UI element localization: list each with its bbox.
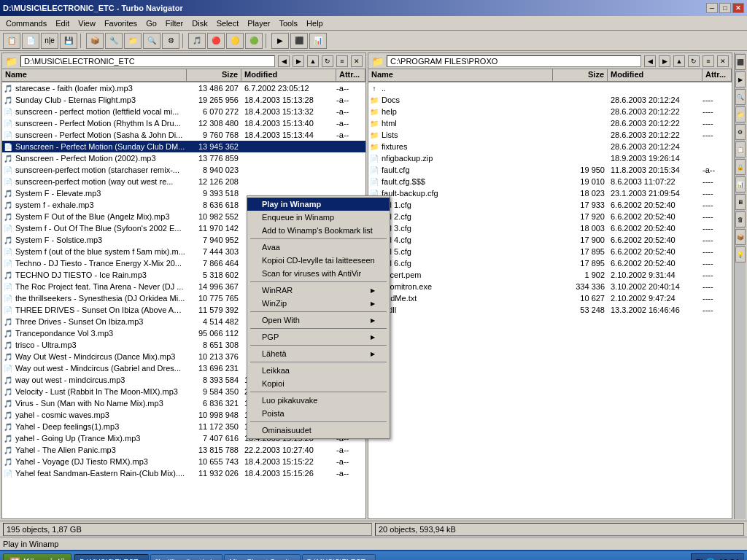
menu-help[interactable]: Help [302,18,328,29]
context-menu-item[interactable]: Luo pikakuvake [247,394,390,407]
right-nav-up[interactable]: ▲ [673,55,685,67]
left-file-row[interactable]: 🎵 Sunscreen - Perfect Motion (2002).mp3 … [2,152,365,164]
right-col-attr[interactable]: Attr... [703,69,732,81]
right-panel-content[interactable]: ↑ .. 📁 Docs 28.6.2003 20:12:24 ---- 📁 he… [368,82,732,518]
taskbar-item[interactable]: D:\MUSIC\ELECT... [74,554,148,560]
left-nav-back[interactable]: ◀ [278,55,290,67]
right-file-row[interactable]: 📄 vel 6.cfg 17 895 6.6.2002 20:52:40 ---… [368,257,732,269]
side-btn-12[interactable]: 💡 [735,246,746,262]
toolbar-btn-14[interactable]: ▶ [271,33,289,49]
left-file-row[interactable]: 📄 sunscreen - Perfect Motion (Sasha & Jo… [2,129,365,141]
side-btn-2[interactable]: ▶ [735,71,746,88]
minimize-button[interactable]: ─ [706,3,718,13]
right-nav-fwd[interactable]: ▶ [659,55,670,67]
left-file-row[interactable]: 🎵 Sunday Club - Eternas Flight.mp3 19 26… [2,94,365,106]
toolbar-btn-4[interactable]: 💾 [60,33,77,49]
right-panel-path[interactable]: C:\PROGRAM FILES\PROXO [387,55,641,67]
toolbar-btn-16[interactable]: 📊 [309,33,327,49]
right-panel-close[interactable]: ✕ [717,55,729,67]
left-col-attr[interactable]: Attr... [336,69,365,81]
left-nav-up[interactable]: ▲ [307,55,319,67]
side-btn-10[interactable]: 🗑 [735,211,746,228]
right-file-row[interactable]: 📄 vel 4.cfg 17 900 6.6.2002 20:52:40 ---… [368,234,732,246]
side-btn-3[interactable]: 🔍 [735,89,746,105]
right-file-row[interactable]: 📄 vel 5.cfg 17 895 6.6.2002 20:52:40 ---… [368,246,732,257]
menu-disk[interactable]: Disk [187,18,212,29]
context-menu-item[interactable]: Open With▶ [247,314,390,327]
menu-tools[interactable]: Tools [274,18,302,29]
side-btn-5[interactable]: ⚙ [735,124,746,140]
toolbar-btn-10[interactable]: 🎵 [188,33,206,49]
maximize-button[interactable]: □ [719,3,731,13]
context-menu-item[interactable]: WinZip▶ [247,297,390,310]
context-menu-item[interactable]: Lähetä▶ [247,347,390,360]
taskbar-item[interactable]: D:\MUSIC\ELECT... [302,554,376,560]
menu-commands[interactable]: Commands [1,18,51,29]
menu-select[interactable]: Select [212,18,244,29]
context-menu-item[interactable]: Leikkaa [247,364,390,377]
right-file-row[interactable]: 📄 o.dll 53 248 13.3.2002 16:46:46 ---- [368,304,732,316]
left-nav-fwd[interactable]: ▶ [293,55,304,67]
taskbar-item[interactable]: MicroPlanet Gravit... [224,554,301,560]
left-file-row[interactable]: 🎵 starecase - faith (loafer mix).mp3 13 … [2,82,365,94]
side-btn-7[interactable]: 🔒 [735,159,746,175]
right-file-row[interactable]: ↑ .. [368,82,732,94]
context-menu-item[interactable]: Avaa [247,241,390,254]
left-panel-path[interactable]: D:\MUSIC\ELECTRONIC_ETC [20,55,275,67]
context-menu-item[interactable]: Add to Winamp's Bookmark list [247,224,390,237]
context-menu-item[interactable]: PGP▶ [247,330,390,343]
toolbar-btn-6[interactable]: 🔧 [105,33,123,49]
context-menu-item[interactable]: Enqueue in Winamp [247,211,390,224]
left-col-modified[interactable]: Modified [241,69,336,81]
start-button[interactable]: 🪟 Käynnistä [3,553,71,560]
right-col-name[interactable]: Name [368,69,553,81]
toolbar-btn-1[interactable]: 📋 [3,33,20,49]
left-panel-menu[interactable]: ≡ [336,55,348,67]
left-col-size[interactable]: Size [187,69,241,81]
left-panel-close[interactable]: ✕ [351,55,363,67]
toolbar-btn-2[interactable]: 📄 [22,33,39,49]
toolbar-btn-12[interactable]: 🟡 [226,33,244,49]
left-file-row[interactable]: 📄 sunscreen - perfect motion (leftfield … [2,106,365,117]
toolbar-btn-9[interactable]: ⚙ [162,33,179,49]
menu-view[interactable]: View [74,18,100,29]
side-btn-8[interactable]: 📊 [735,176,746,192]
right-file-row[interactable]: 📄 vel 1.cfg 17 933 6.6.2002 20:52:40 ---… [368,199,732,211]
side-btn-6[interactable]: 📋 [735,141,746,158]
right-file-row[interactable]: 📁 Lists 28.6.2003 20:12:22 ---- [368,129,732,141]
right-file-row[interactable]: 📄 fault.cfg 19 950 11.8.2003 20:15:34 -a… [368,164,732,176]
menu-edit[interactable]: Edit [51,18,74,29]
side-btn-1[interactable]: ⬛ [735,54,746,70]
context-menu-item[interactable]: Kopioi [247,377,390,390]
right-file-row[interactable]: 📄 vel 2.cfg 17 920 6.6.2002 20:52:40 ---… [368,211,732,222]
right-file-row[interactable]: 📁 html 28.6.2003 20:12:22 ---- [368,117,732,129]
right-file-row[interactable]: 📄 nfigbackup.zip 18.9.2003 19:26:14 [368,152,732,164]
right-file-row[interactable]: 📁 fixtures 28.6.2003 20:12:24 [368,141,732,152]
toolbar-btn-7[interactable]: 📁 [124,33,142,49]
toolbar-btn-15[interactable]: ⬛ [290,33,308,49]
toolbar-btn-11[interactable]: 🔴 [207,33,225,49]
left-file-row[interactable]: 🎵 Yahel - The Alien Panic.mp3 13 815 788… [2,444,365,456]
menu-go[interactable]: Go [142,18,161,29]
context-menu-item[interactable]: Ominaisuudet [247,424,390,437]
toolbar-btn-5[interactable]: 📦 [86,33,104,49]
context-menu-item[interactable]: Kopioi CD-levylle tai laitteeseen [247,254,390,267]
left-col-name[interactable]: Name [2,69,187,81]
right-file-row[interactable]: 📄 vel 3.cfg 18 003 6.6.2002 20:52:40 ---… [368,222,732,234]
right-file-row[interactable]: 📁 help 28.6.2003 20:12:22 ---- [368,106,732,117]
right-nav-back[interactable]: ◀ [644,55,656,67]
right-col-size[interactable]: Size [553,69,608,81]
left-file-row[interactable]: 🎵 Yahel - Voyage (DJ Tiesto RMX).mp3 10 … [2,456,365,467]
toolbar-btn-13[interactable]: 🟢 [245,33,263,49]
context-menu-item[interactable]: Play in Winamp [247,198,390,211]
menu-player[interactable]: Player [243,18,274,29]
left-file-row[interactable]: 📄 Sunscreen - Perfect Motion (Sunday Clu… [2,141,365,152]
right-file-row[interactable]: 📄 fault.cfg.$$$ 19 010 8.6.2003 11:07:22… [368,176,732,187]
left-file-row[interactable]: 📄 sunscreen - Perfect Motion (Rhythm Is … [2,117,365,129]
toolbar-btn-3[interactable]: n|e [41,33,58,49]
right-file-row[interactable]: 📄 eadMe.txt 10 627 2.10.2002 9:47:24 ---… [368,292,732,304]
right-file-row[interactable]: 📁 Docs 28.6.2003 20:12:24 ---- [368,94,732,106]
right-nav-refresh[interactable]: ↻ [688,55,700,67]
close-button[interactable]: ✕ [732,3,744,13]
left-nav-refresh[interactable]: ↻ [322,55,333,67]
